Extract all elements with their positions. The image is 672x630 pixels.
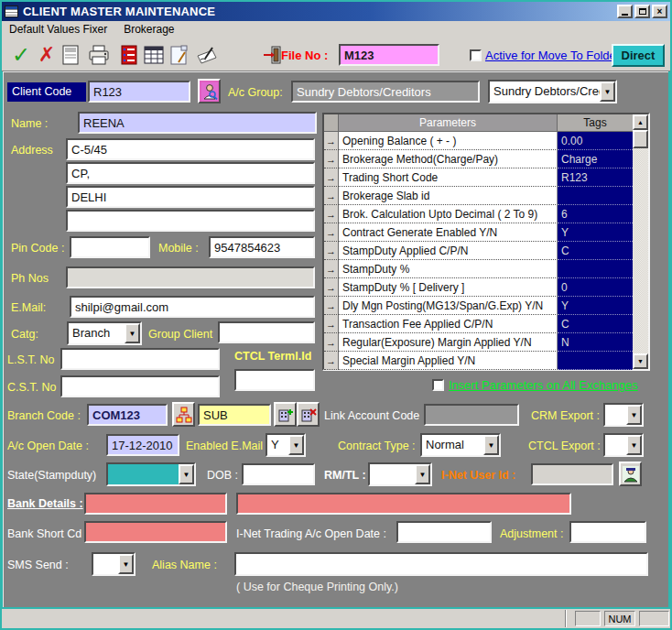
tag-cell[interactable] xyxy=(558,352,633,370)
delete-sub-button[interactable] xyxy=(297,402,320,427)
tag-cell[interactable]: 0 xyxy=(558,278,633,297)
scroll-thumb[interactable] xyxy=(633,130,648,148)
chevron-down-icon[interactable]: ▼ xyxy=(118,554,134,574)
tag-cell[interactable] xyxy=(558,260,633,278)
pin-code-input[interactable] xyxy=(70,236,150,258)
tag-cell[interactable]: C xyxy=(558,315,633,333)
sub-broker-input[interactable] xyxy=(198,404,271,426)
scroll-up-icon[interactable]: ▲ xyxy=(633,114,648,130)
ac-open-date-input[interactable] xyxy=(106,434,179,456)
active-move-label[interactable]: Active for Move To Folders xyxy=(485,49,626,62)
client-code-input[interactable] xyxy=(88,81,190,103)
table-row[interactable]: → Contract Generate Enabled Y/N Y xyxy=(324,223,633,242)
ph-nos-input[interactable] xyxy=(66,266,315,288)
browse-list-button[interactable] xyxy=(117,43,141,67)
lst-input[interactable] xyxy=(60,348,220,370)
maximize-button[interactable] xyxy=(634,5,650,18)
table-row[interactable]: → Brokerage Method(Charge/Pay) Charge xyxy=(324,150,633,168)
catg-select[interactable]: Branch ▼ xyxy=(67,321,142,345)
tag-cell[interactable] xyxy=(558,187,633,205)
link-account-input[interactable] xyxy=(424,404,519,426)
chevron-down-icon[interactable]: ▼ xyxy=(125,323,140,343)
table-row[interactable]: → StampDuty Applied C/P/N C xyxy=(324,242,633,260)
grid-view-button[interactable] xyxy=(142,43,166,67)
insert-all-exchanges-checkbox[interactable] xyxy=(432,379,444,391)
grid-scrollbar[interactable]: ▲ ▼ xyxy=(633,114,648,369)
file-no-input[interactable] xyxy=(339,44,439,66)
table-row[interactable]: → Opening Balance ( + - ) 0.00 xyxy=(324,132,633,150)
table-row[interactable]: → Trading Short Code R123 xyxy=(324,168,633,187)
address-line3-input[interactable] xyxy=(66,186,315,208)
close-button[interactable]: × xyxy=(652,5,667,18)
email-input[interactable] xyxy=(70,296,315,318)
save-ok-button[interactable]: ✓ xyxy=(9,43,33,67)
table-row[interactable]: → Dly Mgn Posting(MG13/Span/G.Exp) Y/N Y xyxy=(324,297,633,315)
tag-cell[interactable]: Y xyxy=(558,223,633,242)
minimize-button[interactable] xyxy=(617,5,633,18)
table-row[interactable]: → Special Margin Applied Y/N xyxy=(324,352,633,370)
bank-name-input[interactable] xyxy=(236,493,571,515)
branch-code-input[interactable] xyxy=(87,404,168,426)
crm-export-select[interactable]: ▼ xyxy=(603,403,644,427)
tag-cell[interactable]: N xyxy=(558,333,633,352)
add-sub-button[interactable] xyxy=(274,402,297,427)
inet-open-date-input[interactable] xyxy=(396,521,492,543)
table-row[interactable]: → Brokerage Slab id xyxy=(324,187,633,205)
dob-input[interactable] xyxy=(242,463,315,485)
state-stampduty-select[interactable]: ▼ xyxy=(106,462,196,486)
insert-all-exchanges-label[interactable]: Insert Parameters on All Exchanges xyxy=(449,378,638,392)
menu-brokerage[interactable]: Brokerage xyxy=(124,23,174,36)
active-move-checkbox[interactable] xyxy=(470,49,482,61)
tag-cell[interactable]: 0.00 xyxy=(558,132,633,150)
adjustment-input[interactable] xyxy=(569,521,646,543)
mobile-input[interactable] xyxy=(209,236,315,258)
tag-cell[interactable]: 6 xyxy=(558,205,633,223)
edit-note-button[interactable] xyxy=(168,43,191,67)
direct-button[interactable]: Direct xyxy=(612,44,665,67)
tag-cell[interactable]: R123 xyxy=(558,168,633,187)
ctcl-export-select[interactable]: ▼ xyxy=(603,433,644,457)
enabled-email-select[interactable]: Y ▼ xyxy=(266,433,306,457)
address-line4-input[interactable] xyxy=(66,210,315,232)
ctcl-terml-input[interactable] xyxy=(234,369,315,391)
sign-button[interactable] xyxy=(195,43,219,67)
table-row[interactable]: → StampDuty % [ Delivery ] 0 xyxy=(324,278,633,297)
ac-group-select[interactable]: Sundry Debtors/Creditors ▼ xyxy=(488,80,617,103)
bank-code-input[interactable] xyxy=(84,493,227,515)
menu-default-values-fixer[interactable]: Default Values Fixer xyxy=(9,23,107,36)
table-row[interactable]: → StampDuty % xyxy=(324,260,633,278)
scroll-down-icon[interactable]: ▼ xyxy=(633,353,648,369)
chevron-down-icon[interactable]: ▼ xyxy=(600,81,615,102)
search-client-button[interactable] xyxy=(198,79,221,103)
tag-cell[interactable]: Y xyxy=(558,297,633,315)
bank-short-input[interactable] xyxy=(84,521,227,543)
sms-send-select[interactable]: ▼ xyxy=(92,552,135,576)
chevron-down-icon[interactable]: ▼ xyxy=(626,405,642,425)
chevron-down-icon[interactable]: ▼ xyxy=(483,435,499,455)
chevron-down-icon[interactable]: ▼ xyxy=(179,464,194,484)
table-row[interactable]: → Transaction Fee Applied C/P/N C xyxy=(324,315,633,333)
document-icon xyxy=(61,45,80,65)
contract-type-select[interactable]: Normal ▼ xyxy=(420,433,501,457)
alias-name-input[interactable] xyxy=(234,552,648,576)
chevron-down-icon[interactable]: ▼ xyxy=(288,435,304,455)
table-row[interactable]: → Regular(Exposure) Margin Applied Y/N N xyxy=(324,333,633,352)
rmtl-select[interactable]: ▼ xyxy=(368,462,432,486)
tag-cell[interactable]: C xyxy=(558,242,633,260)
tag-cell[interactable]: Charge xyxy=(558,150,633,168)
address-line2-input[interactable] xyxy=(66,162,315,184)
cst-input[interactable] xyxy=(60,375,220,397)
inet-user-lookup-button[interactable] xyxy=(619,462,642,486)
chevron-down-icon[interactable]: ▼ xyxy=(626,435,642,455)
name-input[interactable] xyxy=(78,112,317,134)
new-document-button[interactable] xyxy=(59,43,82,67)
chevron-down-icon[interactable]: ▼ xyxy=(415,464,430,484)
table-row[interactable]: → Brok. Calculation Upto Decimal ( 2 To … xyxy=(324,205,633,223)
branch-tree-button[interactable] xyxy=(172,402,195,427)
crm-export-label: CRM Export : xyxy=(531,409,600,422)
print-button[interactable] xyxy=(87,43,111,67)
address-line1-input[interactable] xyxy=(66,138,315,160)
group-client-input[interactable] xyxy=(218,321,315,343)
inet-user-input[interactable] xyxy=(531,463,613,485)
delete-cancel-button[interactable]: ✗ xyxy=(35,43,59,67)
